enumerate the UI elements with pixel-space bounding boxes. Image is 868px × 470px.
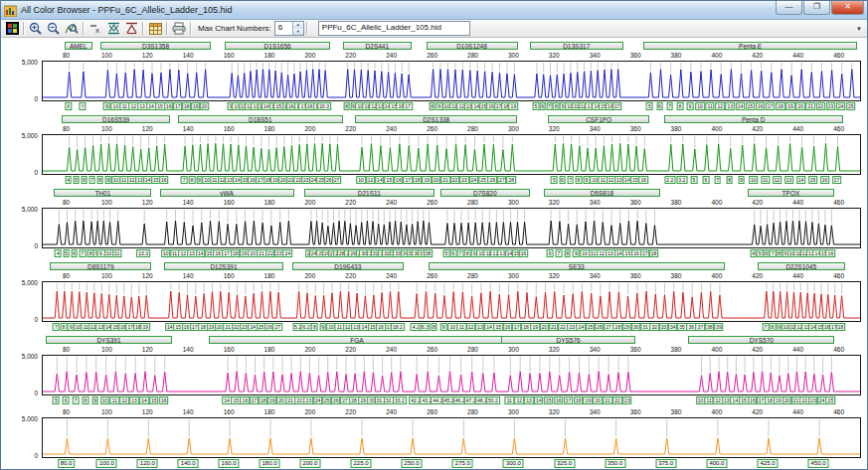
allele-label: 10 (695, 102, 705, 110)
maximize-button[interactable]: ❐ (803, 1, 830, 15)
title-bar[interactable]: All Color Browser - PPFu_6C_Allelic_Ladd… (1, 1, 867, 20)
electropherogram-green[interactable] (42, 134, 861, 175)
x-tick-label: 440 (792, 52, 803, 59)
electropherogram-magenta[interactable] (42, 355, 861, 395)
x-tick-label: 220 (345, 52, 356, 59)
x-tick-label: 240 (386, 272, 397, 279)
overlay-peaks-icon[interactable] (104, 21, 122, 36)
allele-label: 16 (554, 396, 564, 404)
allele-label: 13 (726, 102, 736, 110)
x-tick-label: 260 (427, 272, 437, 279)
allele-label: 16 (159, 396, 169, 404)
allele-label: 19 (422, 176, 432, 184)
x-tick-label: 80 (63, 52, 70, 59)
x-tick-label: 240 (386, 346, 397, 353)
allele-label: 24 (283, 249, 293, 257)
x-tick-label: 200 (304, 272, 315, 279)
toolbar-overflow-chevron-icon[interactable]: ▼ (853, 26, 865, 32)
marker-label-FGA: FGA (209, 336, 506, 344)
x-tick-label: 400 (711, 125, 722, 132)
zoom-in-icon[interactable] (27, 21, 45, 36)
allele-label: 9 (584, 176, 591, 184)
color-channels-icon[interactable] (3, 21, 21, 36)
x-tick-label: 460 (833, 408, 844, 415)
max-chart-numbers-spinner[interactable]: 6 ▲ ▼ (274, 21, 304, 36)
zoom-selection-icon[interactable] (63, 21, 81, 36)
electropherogram-orange[interactable] (42, 417, 861, 458)
allele-label-strip: XY910111213141516171819209101112131414.3… (42, 101, 861, 113)
x-tick-label: 360 (630, 199, 641, 206)
allele-label: 7 (546, 102, 553, 110)
marker-label-D16S539: D16S539 (62, 115, 169, 123)
allele-label: 7 (556, 249, 563, 257)
x-tick-label: 420 (752, 52, 763, 59)
x-tick-label: 180 (264, 52, 275, 59)
allele-label: 8 (60, 323, 67, 331)
marker-label-DYS570: DYS570 (688, 336, 834, 344)
allele-label: 38 (705, 323, 715, 331)
x-tick-label: 140 (183, 272, 194, 279)
marker-label-D8S1179: D8S1179 (50, 262, 151, 270)
size-label: 375.0 (655, 459, 676, 468)
allele-label: 17 (564, 396, 574, 404)
x-tick-label: 280 (467, 272, 478, 279)
toolbar-separator (190, 22, 192, 35)
marker-label-D12S391: D12S391 (164, 262, 284, 270)
allele-label: 27 (272, 323, 282, 331)
x-tick-label: 360 (630, 125, 641, 132)
allele-label: 14 (139, 396, 149, 404)
remove-baseline-icon[interactable]: x (87, 21, 104, 36)
electropherogram-black[interactable] (42, 208, 861, 248)
allele-label: 8 (553, 102, 560, 110)
allele-label: 20 (200, 102, 210, 110)
size-label: 200.0 (299, 459, 320, 468)
allele-label: 28 (613, 323, 623, 331)
allele-label: 22 (558, 323, 568, 331)
file-selector-combobox[interactable]: PPFu_6C_Allelic_Ladder_105.hid (318, 21, 470, 36)
x-tick-label: 280 (467, 346, 478, 353)
allele-label: 33.2 (393, 396, 407, 404)
minimize-button[interactable]: — (776, 1, 802, 15)
allele-label: 7 (88, 176, 95, 184)
x-tick-label: 120 (142, 52, 153, 59)
allele-label: 11 (112, 249, 121, 257)
x-tick-label: 340 (590, 346, 601, 353)
allele-label: 21 (806, 102, 816, 110)
close-button[interactable]: ✕ (831, 1, 864, 15)
allele-label: 37 (696, 323, 706, 331)
allele-label-strip: 4567891011121314151678910111213141516171… (42, 175, 861, 187)
x-axis-ticks: 8010012014016018020022024026028030032034… (42, 125, 861, 134)
x-tick-label: 240 (386, 408, 397, 415)
allele-label: 19 (267, 396, 277, 404)
data-table-icon[interactable] (146, 21, 164, 36)
x-tick-label: 320 (549, 408, 560, 415)
spinner-down-icon[interactable]: ▼ (293, 29, 303, 36)
allele-label: 39 (714, 323, 724, 331)
x-tick-label: 300 (508, 125, 519, 132)
allele-label: 21 (285, 396, 295, 404)
x-tick-label: 140 (183, 346, 194, 353)
x-tick-label: 100 (101, 199, 112, 206)
x-tick-label: 140 (183, 52, 194, 59)
allele-label: 4 (65, 176, 72, 184)
zoom-out-icon[interactable] (45, 21, 63, 36)
marker-label-Penta D: Penta D (664, 115, 843, 123)
marker-label-DYS391: DYS391 (46, 336, 172, 344)
allele-label: 23 (304, 396, 314, 404)
size-label: 160.0 (219, 459, 240, 468)
allele-label: 36 (686, 323, 696, 331)
x-tick-label: 220 (345, 125, 356, 132)
allele-label: 16 (394, 176, 404, 184)
print-icon[interactable] (170, 21, 188, 36)
x-tick-label: 160 (224, 272, 235, 279)
allele-label: 17 (404, 176, 414, 184)
allele-label: 9 (319, 323, 326, 331)
allele-label: 25 (826, 396, 836, 404)
x-tick-label: 440 (792, 408, 803, 415)
average-peaks-icon[interactable] (122, 21, 140, 36)
electropherogram-blue[interactable] (42, 61, 861, 101)
toolbar-separator (306, 22, 308, 35)
allele-label: 8 (464, 249, 471, 257)
x-tick-label: 180 (264, 125, 275, 132)
electropherogram-red[interactable] (42, 281, 861, 322)
